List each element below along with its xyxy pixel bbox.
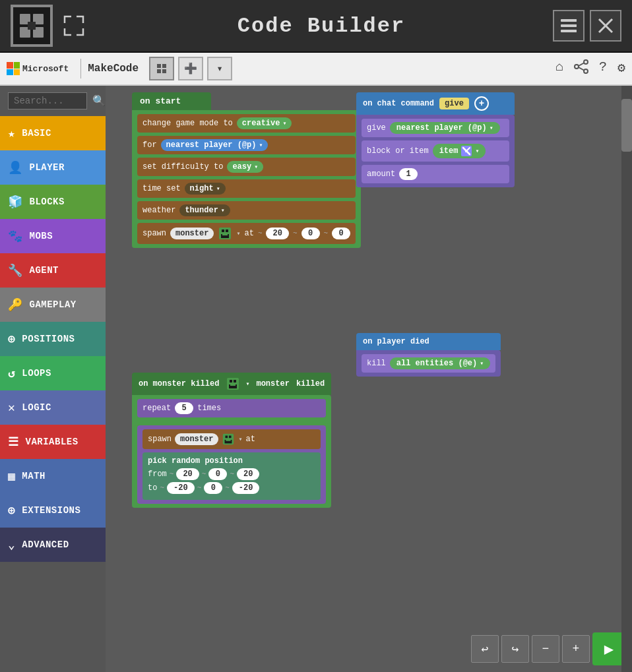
zoom-in-button[interactable]: + — [562, 635, 590, 663]
sidebar-item-extensions[interactable]: ⊕ EXTENSIONS — [0, 493, 106, 528]
home-tab-btn[interactable] — [149, 57, 174, 80]
run-button[interactable]: ▶ — [592, 632, 625, 665]
spawn-z[interactable]: 0 — [332, 228, 350, 239]
redo-button[interactable]: ↪ — [501, 635, 529, 663]
toolbar-separator — [80, 59, 81, 78]
monster-dropdown-arrow[interactable]: ▾ — [236, 229, 240, 237]
advanced-icon: ⌄ — [8, 537, 15, 552]
help-icon[interactable]: ? — [599, 59, 607, 78]
zoom-out-button[interactable]: − — [532, 635, 559, 663]
give-command-tag[interactable]: give — [439, 98, 469, 109]
svg-rect-4 — [28, 22, 36, 30]
svg-point-18 — [575, 65, 579, 69]
code-canvas[interactable]: on start change game mode to creative ▾ … — [106, 86, 632, 672]
positions-icon: ⊕ — [8, 332, 15, 346]
search-input[interactable] — [8, 92, 87, 109]
svg-rect-36 — [226, 436, 228, 439]
svg-rect-34 — [230, 383, 236, 386]
spawn-x[interactable]: 20 — [266, 228, 288, 239]
monster-inner-arrow[interactable]: ▾ — [238, 435, 242, 443]
random-position-box: pick random position from ~20 ~0 ~20 to … — [142, 452, 321, 500]
sidebar-item-logic[interactable]: ✕ LOGIC — [0, 390, 106, 425]
expand-icon[interactable] — [58, 10, 90, 42]
player-icon: 👤 — [8, 160, 23, 175]
sidebar-label-blocks: BLOCKS — [30, 197, 65, 207]
sidebar-label-agent: AGENT — [30, 265, 59, 276]
dropdown-tab-btn[interactable]: ▾ — [207, 57, 232, 80]
nearest-player-pill[interactable]: nearest player (@p) ▾ — [390, 122, 500, 134]
to-z[interactable]: -20 — [232, 482, 260, 494]
home-icon[interactable]: ⌂ — [555, 59, 563, 78]
sidebar-item-basic[interactable]: ★ BASIC — [0, 116, 106, 150]
killed-label: killed — [296, 379, 325, 388]
svg-rect-14 — [162, 64, 166, 68]
logic-icon: ✕ — [8, 400, 15, 415]
svg-rect-13 — [157, 64, 161, 68]
title-right-controls — [553, 10, 621, 42]
amount-value[interactable]: 1 — [399, 168, 418, 180]
search-bar: 🔍 — [0, 86, 106, 116]
monster-killed-arrow[interactable]: ▾ — [245, 380, 249, 388]
sidebar-item-blocks[interactable]: 🧊 BLOCKS — [0, 185, 106, 219]
player-died-block-group: on player died kill all entities (@e) ▾ — [356, 333, 501, 377]
pick-random-title: pick random position — [148, 456, 315, 466]
sidebar-item-advanced[interactable]: ⌄ ADVANCED — [0, 528, 106, 562]
title-bar: Code Builder — [0, 0, 632, 53]
entities-pill[interactable]: all entities (@e) ▾ — [390, 357, 490, 369]
app-icon — [11, 5, 53, 47]
creative-pill[interactable]: creative ▾ — [237, 117, 292, 129]
toolbar-right: ⌂ ? ⚙ — [555, 59, 625, 78]
extensions-icon: ⊕ — [8, 503, 15, 518]
svg-rect-24 — [226, 229, 228, 232]
scrollbar-thumb[interactable] — [621, 99, 632, 152]
thunder-pill[interactable]: thunder ▾ — [179, 204, 230, 216]
repeat-count[interactable]: 5 — [175, 402, 193, 414]
sidebar-label-advanced: ADVANCED — [22, 539, 69, 550]
difficulty-dropdown-arrow: ▾ — [254, 163, 258, 171]
settings-icon[interactable]: ⚙ — [617, 59, 625, 78]
sidebar-item-math[interactable]: ▦ MATH — [0, 459, 106, 493]
agent-icon: 🔧 — [8, 263, 23, 278]
sidebar-item-player[interactable]: 👤 PLAYER — [0, 150, 106, 185]
sidebar-item-mobs[interactable]: 🐾 MOBS — [0, 219, 106, 253]
svg-line-21 — [579, 67, 584, 71]
player-dropdown-arrow: ▾ — [259, 141, 263, 149]
sidebar-item-positions[interactable]: ⊕ POSITIONS — [0, 322, 106, 356]
add-tab-btn[interactable]: ➕ — [178, 57, 203, 80]
from-y[interactable]: 0 — [208, 468, 227, 480]
close-button[interactable] — [590, 10, 621, 42]
sidebar-item-variables[interactable]: ☰ VARIABLES — [0, 425, 106, 459]
night-pill[interactable]: night ▾ — [185, 183, 226, 195]
to-y[interactable]: 0 — [204, 482, 222, 494]
svg-rect-15 — [157, 69, 161, 73]
monster-killed-block-group: on monster killed ▾ monster killed repea… — [132, 373, 331, 508]
sidebar-label-mobs: MOBS — [30, 231, 53, 241]
from-x[interactable]: 20 — [176, 468, 199, 480]
svg-point-17 — [584, 60, 588, 64]
math-icon: ▦ — [8, 469, 15, 483]
sidebar-label-basic: BASIC — [22, 128, 51, 138]
to-x[interactable]: -20 — [167, 482, 195, 494]
svg-rect-8 — [571, 19, 577, 22]
easy-pill[interactable]: easy ▾ — [227, 161, 263, 173]
sidebar-item-loops[interactable]: ↺ LOOPS — [0, 356, 106, 390]
set-difficulty-row: set difficulty to easy ▾ — [137, 158, 356, 176]
from-z[interactable]: 20 — [237, 468, 259, 480]
spawn-y[interactable]: 0 — [301, 228, 320, 239]
item-type-pill[interactable]: item ▾ — [433, 144, 486, 158]
item-dropdown-arrow: ▾ — [475, 147, 479, 155]
on-start-body: change game mode to creative ▾ for neare… — [132, 110, 361, 248]
mobs-icon: 🐾 — [8, 229, 23, 243]
sidebar-item-agent[interactable]: 🔧 AGENT — [0, 253, 106, 288]
list-icon[interactable] — [553, 10, 585, 42]
share-icon[interactable] — [574, 59, 588, 78]
sidebar-item-gameplay[interactable]: 🔑 GAMEPLAY — [0, 288, 106, 322]
random-from-row: from ~20 ~0 ~20 — [148, 468, 315, 480]
player-pill[interactable]: nearest player (@p) ▾ — [161, 139, 269, 151]
add-command-button[interactable]: + — [474, 96, 489, 111]
undo-button[interactable]: ↩ — [471, 635, 499, 663]
repeat-row: repeat 5 times — [137, 399, 326, 417]
blocks-icon: 🧊 — [8, 195, 23, 209]
vertical-scrollbar[interactable] — [621, 86, 632, 672]
monster-label: monster — [170, 228, 214, 239]
